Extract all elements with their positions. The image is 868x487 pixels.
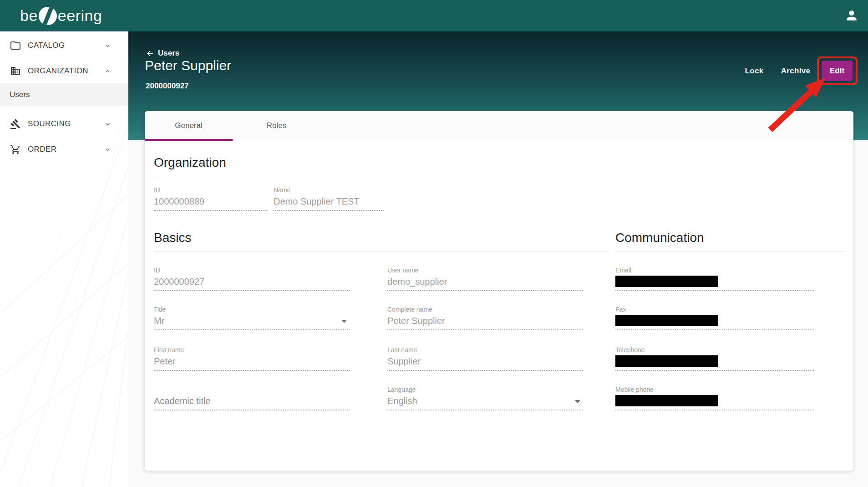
language-select-field: Language English xyxy=(387,386,583,410)
telephone-field: Telephone xyxy=(615,346,814,371)
sidebar-item-label: CATALOG xyxy=(28,41,65,50)
lock-button[interactable]: Lock xyxy=(738,62,771,80)
field-label: ID xyxy=(154,267,350,274)
field-label: First name xyxy=(154,346,350,354)
sidebar-item-order[interactable]: ORDER xyxy=(0,137,128,162)
gavel-icon xyxy=(10,118,21,129)
field-value: Demo Supplier TEST xyxy=(274,195,384,211)
field-value: Mr xyxy=(154,315,350,330)
tab-general[interactable]: General xyxy=(145,111,233,140)
field-label: Language xyxy=(387,386,583,393)
user-id-field: ID 2000000927 xyxy=(154,267,350,291)
field-label: Telephone xyxy=(615,346,814,354)
email-field: Email xyxy=(615,267,814,291)
section-title-basics: Basics xyxy=(154,230,191,246)
sidebar-subitem-label: Users xyxy=(10,90,30,99)
logo-n-icon xyxy=(39,7,57,25)
page-title: Peter Supplier xyxy=(145,58,231,73)
field-label: Complete name xyxy=(387,306,583,313)
field-label: ID xyxy=(154,186,267,194)
user-name-field: User name demo_supplier xyxy=(387,267,583,291)
field-label: Mobile phone xyxy=(615,386,814,393)
chevron-down-icon xyxy=(104,42,112,50)
title-select-field: Title Mr xyxy=(154,306,350,330)
edit-button[interactable]: Edit xyxy=(822,61,853,81)
active-tab-indicator xyxy=(145,139,233,141)
field-label xyxy=(154,386,350,393)
field-value: demo_supplier xyxy=(387,276,583,291)
app-window: Users Peter Supplier 2000000927 Lock Arc… xyxy=(0,0,868,487)
logo-text-prefix: be xyxy=(20,7,38,25)
field-value: Peter xyxy=(154,355,350,371)
sidebar-item-sourcing[interactable]: SOURCING xyxy=(0,112,128,136)
field-label: Email xyxy=(615,267,814,274)
academic-title-field: Academic title xyxy=(154,386,350,410)
section-divider xyxy=(615,251,844,251)
field-value xyxy=(615,315,814,330)
dropdown-arrow-icon xyxy=(575,400,580,403)
user-id-subtitle: 2000000927 xyxy=(146,82,189,91)
field-value xyxy=(615,276,814,291)
top-app-bar: beeering xyxy=(0,0,868,31)
field-value: Peter Supplier xyxy=(387,315,583,330)
redacted-value xyxy=(615,355,718,367)
org-id-field: ID 1000000889 xyxy=(154,186,267,211)
sidebar-item-catalog[interactable]: CATALOG xyxy=(0,33,128,58)
complete-name-field: Complete name Peter Supplier xyxy=(387,306,583,330)
field-value xyxy=(615,355,814,371)
chevron-down-icon xyxy=(104,120,112,128)
org-name-field: Name Demo Supplier TEST xyxy=(274,186,384,211)
redacted-value xyxy=(615,315,718,326)
chevron-down-icon xyxy=(104,146,112,154)
field-label: Title xyxy=(154,306,350,313)
mobile-phone-field: Mobile phone xyxy=(615,386,814,410)
field-value: Supplier xyxy=(387,355,583,371)
tab-bar: General Roles xyxy=(145,111,853,141)
dropdown-arrow-icon xyxy=(341,320,347,323)
archive-button[interactable]: Archive xyxy=(774,62,817,80)
section-divider xyxy=(154,251,609,251)
back-breadcrumb[interactable]: Users xyxy=(146,49,179,58)
cart-icon xyxy=(10,144,21,155)
field-value: 1000000889 xyxy=(154,195,267,211)
field-value xyxy=(615,395,814,410)
breadcrumb-label: Users xyxy=(158,49,179,58)
field-value: 2000000927 xyxy=(154,276,350,291)
sidebar: CATALOG ORGANIZATION Users SOURCING ORDE… xyxy=(0,31,128,487)
field-label: Name xyxy=(274,186,384,194)
user-detail-card: General Roles Organization ID 1000000889… xyxy=(145,111,853,471)
field-placeholder: Academic title xyxy=(154,395,350,410)
field-label: Fax xyxy=(615,306,814,313)
sidebar-item-organization[interactable]: ORGANIZATION xyxy=(0,59,128,83)
building-icon xyxy=(10,66,21,77)
first-name-field: First name Peter xyxy=(154,346,350,371)
fax-field: Fax xyxy=(615,306,814,330)
back-arrow-icon xyxy=(146,49,154,58)
section-divider xyxy=(154,176,384,176)
field-label: Last name xyxy=(387,346,583,354)
section-title-organization: Organization xyxy=(154,155,226,170)
field-label: User name xyxy=(387,267,583,274)
tab-roles[interactable]: Roles xyxy=(233,111,320,140)
sidebar-item-label: ORGANIZATION xyxy=(28,67,88,76)
field-value: English xyxy=(387,395,583,410)
folder-icon xyxy=(10,40,21,51)
sidebar-item-label: SOURCING xyxy=(28,119,71,128)
app-logo[interactable]: beeering xyxy=(20,0,102,31)
section-title-communication: Communication xyxy=(615,230,704,246)
sidebar-item-users[interactable]: Users xyxy=(0,83,128,106)
redacted-value xyxy=(615,395,718,406)
account-icon[interactable] xyxy=(844,8,859,23)
last-name-field: Last name Supplier xyxy=(387,346,583,371)
logo-text-suffix: eering xyxy=(58,7,102,25)
sidebar-item-label: ORDER xyxy=(28,145,56,154)
chevron-up-icon xyxy=(104,67,112,75)
redacted-value xyxy=(615,276,718,287)
